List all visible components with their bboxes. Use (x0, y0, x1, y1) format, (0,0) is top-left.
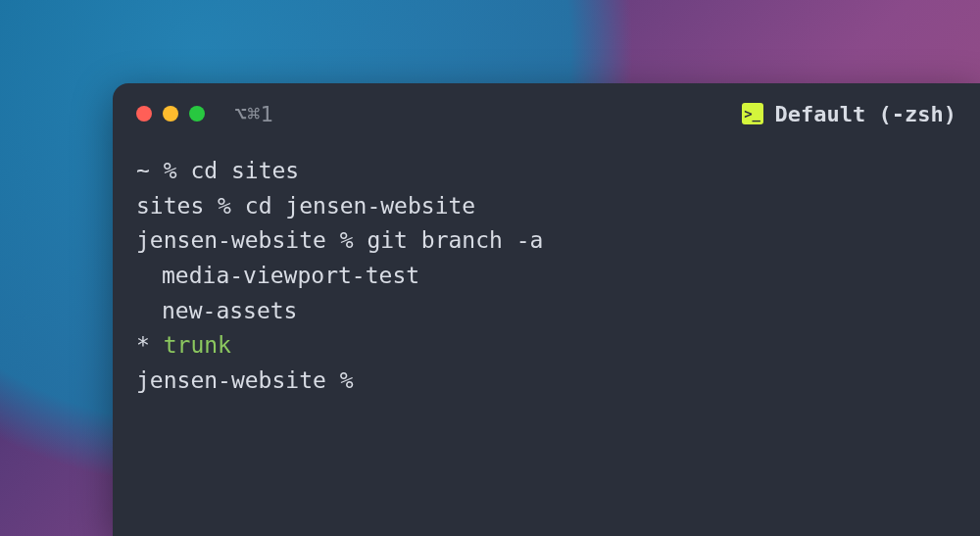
command-text: cd sites (190, 158, 299, 183)
terminal-body[interactable]: ~ % cd sites sites % cd jensen-website j… (113, 140, 980, 412)
traffic-lights (136, 106, 205, 122)
terminal-line: ~ % cd sites (136, 154, 956, 189)
titlebar: ⌥⌘1 >_ Default (-zsh) (113, 83, 980, 140)
terminal-app-icon: >_ (742, 103, 763, 124)
session-label: Default (-zsh) (775, 102, 956, 126)
tab-shortcut-label: ⌥⌘1 (234, 102, 273, 126)
prompt: jensen-website % (136, 227, 354, 253)
prompt: jensen-website % (136, 367, 354, 393)
current-branch-name: trunk (164, 332, 231, 358)
current-branch-marker: * (136, 332, 150, 358)
branch-name: new-assets (162, 298, 297, 323)
prompt: ~ % (136, 158, 177, 183)
command-text: git branch -a (367, 227, 543, 253)
current-branch-line: * trunk (136, 328, 956, 364)
close-icon[interactable] (136, 106, 152, 122)
branch-line: new-assets (136, 294, 956, 329)
titlebar-right: >_ Default (-zsh) (742, 102, 956, 126)
command-text: cd jensen-website (245, 193, 475, 219)
titlebar-left: ⌥⌘1 (136, 102, 273, 126)
branch-line: media-viewport-test (136, 259, 956, 294)
terminal-window: ⌥⌘1 >_ Default (-zsh) ~ % cd sites sites… (113, 83, 980, 536)
prompt: sites % (136, 193, 231, 219)
zoom-icon[interactable] (189, 106, 205, 122)
tab-title: ⌥⌘1 (234, 102, 273, 126)
terminal-line: jensen-website % (136, 364, 956, 399)
minimize-icon[interactable] (163, 106, 178, 122)
branch-name: media-viewport-test (162, 263, 419, 288)
terminal-line: jensen-website % git branch -a (136, 223, 956, 259)
terminal-line: sites % cd jensen-website (136, 189, 956, 224)
